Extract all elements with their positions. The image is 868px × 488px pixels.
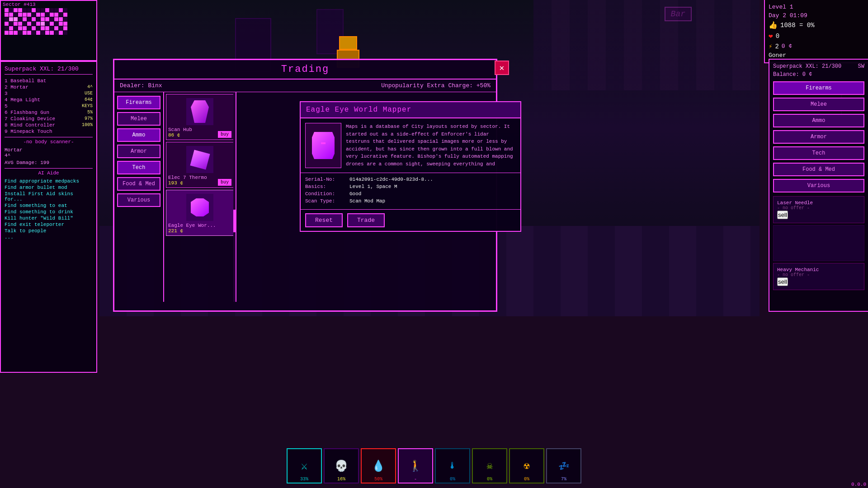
- map-grid: [5, 8, 68, 58]
- hotbar-item-0[interactable]: ⚔ 33%: [287, 448, 322, 483]
- sell-item-heavy-mechanic: Heavy Mechanic - no offer - sell: [773, 263, 864, 290]
- sw-label: SW: [858, 63, 864, 70]
- item-popup: Eagle Eye World Mapper Maps is a databas…: [300, 101, 521, 232]
- equipped-weapon: Mortar 4^: [5, 147, 93, 158]
- right-category-buttons: Firearms Melee Ammo Armor Tech Food & Me…: [773, 81, 864, 192]
- cat-btn-armor[interactable]: Armor: [117, 145, 160, 158]
- ai-link-drink[interactable]: Find something to drink: [5, 209, 93, 215]
- inv-item-9: 9 Minepack Touch: [5, 129, 93, 134]
- hud-health: ❤ 0: [769, 32, 864, 41]
- elec-thermo-icon: [186, 146, 213, 173]
- trade-button[interactable]: Trade: [347, 213, 385, 227]
- right-cat-btn-various[interactable]: Various: [773, 179, 864, 192]
- hotbar-icon-7: 💤: [558, 460, 570, 472]
- hud-top-right: Level 1 Day 2 01:09 👍 1088 = 0% ❤ 0 ⚡ 2 …: [764, 0, 868, 63]
- popup-item-image: [305, 123, 341, 168]
- hotbar-item-5[interactable]: ☠ 0%: [472, 448, 507, 483]
- ai-link-talk[interactable]: Talk to people: [5, 228, 93, 234]
- ai-link-exit[interactable]: Find exit teleporter: [5, 222, 93, 227]
- scan-hub-icon: [186, 98, 213, 125]
- cat-btn-tech[interactable]: Tech: [117, 161, 160, 174]
- right-cat-btn-firearms[interactable]: Firearms: [773, 81, 864, 95]
- item-detail-area: Eagle Eye World Mapper Maps is a databas…: [236, 92, 496, 302]
- left-panel: Superpack XXL: 21/300 1 Baseball Bat 2 M…: [0, 61, 97, 373]
- hotbar: ⚔ 33% 💀 16% 💧 50% 🚶 - 🌡 0% ☠ 0% ☢ 0% 💤 7…: [287, 448, 581, 483]
- cat-btn-ammo[interactable]: Ammo: [117, 128, 160, 142]
- shop-item-eagle-eye[interactable]: Eagle Eye Wor... 221 ¢: [166, 190, 234, 236]
- trading-title: Trading: [114, 60, 496, 80]
- npc-name: Goner: [769, 52, 864, 59]
- charge-label: Unpopularity Extra Charge: +50%: [381, 82, 491, 89]
- inv-item-1: 1 Baseball Bat: [5, 78, 93, 84]
- inventory-title: Superpack XXL: 21/300: [5, 66, 93, 75]
- trading-body: Firearms Melee Ammo Armor Tech Food & Me…: [114, 92, 496, 302]
- stat-serial: Serial-No: 014a2091-c2dc-49d0-823d-8...: [305, 177, 516, 182]
- ai-link-armor[interactable]: Find armor bullet mod: [5, 185, 93, 190]
- hotbar-pct-3: -: [414, 477, 417, 482]
- inv-item-4: 4 Mega Light 64¢: [5, 97, 93, 103]
- right-cat-btn-armor[interactable]: Armor: [773, 130, 864, 144]
- hotbar-pct-4: 0%: [450, 477, 455, 482]
- sell-btn-heavy[interactable]: sell: [777, 277, 788, 286]
- hotbar-pct-6: 0%: [524, 477, 529, 482]
- hotbar-pct-5: 0%: [487, 477, 492, 482]
- right-cat-btn-melee[interactable]: Melee: [773, 98, 864, 111]
- popup-description: Maps is a database of City layouts sorte…: [346, 123, 516, 168]
- hud-energy: ⚡ 2 0 ¢: [769, 42, 864, 50]
- shop-item-elec-thermo[interactable]: Elec 7 Thermo 193 ¢ buy: [166, 142, 234, 188]
- hotbar-pct-7: 7%: [561, 477, 566, 482]
- right-cat-btn-food-med[interactable]: Food & Med: [773, 163, 864, 176]
- scan-hub-buy-btn[interactable]: buy: [218, 131, 231, 138]
- scanner-section: -no body scanner-: [5, 137, 93, 145]
- trading-window: Trading Dealer: Binx Unpopularity Extra …: [113, 59, 497, 312]
- energy-icon: ⚡: [769, 42, 772, 50]
- right-panel-header: Superpack XXL: 21/300 Balance: 0 ¢ SW: [773, 63, 864, 78]
- hotbar-item-3[interactable]: 🚶 -: [398, 448, 433, 483]
- popup-stats: Serial-No: 014a2091-c2dc-49d0-823d-8... …: [301, 173, 520, 209]
- right-cat-btn-ammo[interactable]: Ammo: [773, 114, 864, 127]
- ai-link-firstaid[interactable]: Install First Aid skins for...: [5, 191, 93, 202]
- hotbar-icon-5: ☠: [486, 460, 492, 472]
- ai-link-medpacks[interactable]: Find appropriate medpacks: [5, 178, 93, 184]
- hotbar-icon-4: 🌡: [448, 460, 457, 471]
- cat-btn-melee[interactable]: Melee: [117, 112, 160, 126]
- health-icon: ❤: [769, 32, 773, 41]
- cat-btn-various[interactable]: Various: [117, 193, 160, 207]
- inv-item-3: 3 USE: [5, 91, 93, 96]
- eagle-eye-icon: [186, 194, 213, 221]
- inv-item-2: 2 Mortar 4^: [5, 84, 93, 90]
- hotbar-item-7[interactable]: 💤 7%: [546, 448, 581, 483]
- hotbar-pct-2: 50%: [374, 477, 382, 482]
- shop-item-scan-hub[interactable]: Scan Hub 86 ¢ buy: [166, 94, 234, 140]
- trading-close-btn[interactable]: ✕: [495, 61, 509, 75]
- ai-link-kill[interactable]: Kill hunter "Wild Bill": [5, 216, 93, 221]
- stat-basics: Basics: Level 1, Space M: [305, 184, 516, 189]
- hotbar-icon-6: ☢: [524, 460, 529, 472]
- sell-btn-laser[interactable]: sell: [777, 211, 788, 219]
- ai-link-more[interactable]: ...: [5, 235, 93, 240]
- hotbar-item-4[interactable]: 🌡 0%: [435, 448, 470, 483]
- right-cat-btn-tech[interactable]: Tech: [773, 146, 864, 160]
- inv-item-7: 7 Cloaking Device 97%: [5, 116, 93, 122]
- hotbar-item-1[interactable]: 💀 16%: [324, 448, 359, 483]
- mini-map: Sector #413: [0, 0, 97, 61]
- avg-damage: AVG Damage: 199: [5, 160, 93, 165]
- ai-link-food[interactable]: Find something to eat: [5, 203, 93, 208]
- hotbar-icon-1: 💀: [335, 460, 348, 473]
- items-scrollbar[interactable]: [233, 92, 236, 302]
- elec-thermo-buy-btn[interactable]: buy: [218, 179, 231, 186]
- eagle-eye-price: 221 ¢: [168, 228, 231, 234]
- reset-button[interactable]: Reset: [305, 213, 343, 227]
- hotbar-icon-2: 💧: [372, 460, 385, 473]
- stat-condition: Condition: Good: [305, 191, 516, 197]
- hotbar-item-6[interactable]: ☢ 0%: [509, 448, 544, 483]
- cat-btn-firearms[interactable]: Firearms: [117, 96, 160, 109]
- sell-item-laser-needle: Laser Needle - no offer - sell: [773, 196, 864, 223]
- hotbar-item-2[interactable]: 💧 50%: [361, 448, 396, 483]
- dealer-label: Dealer: Binx: [120, 82, 162, 89]
- hotbar-pct-0: 33%: [300, 477, 308, 482]
- sell-empty-slot: [773, 225, 864, 261]
- right-sell-panel: Superpack XXL: 21/300 Balance: 0 ¢ SW Fi…: [769, 59, 868, 312]
- cat-btn-food-med[interactable]: Food & Med: [117, 177, 160, 191]
- eagle-eye-name: Eagle Eye Wor...: [168, 223, 231, 228]
